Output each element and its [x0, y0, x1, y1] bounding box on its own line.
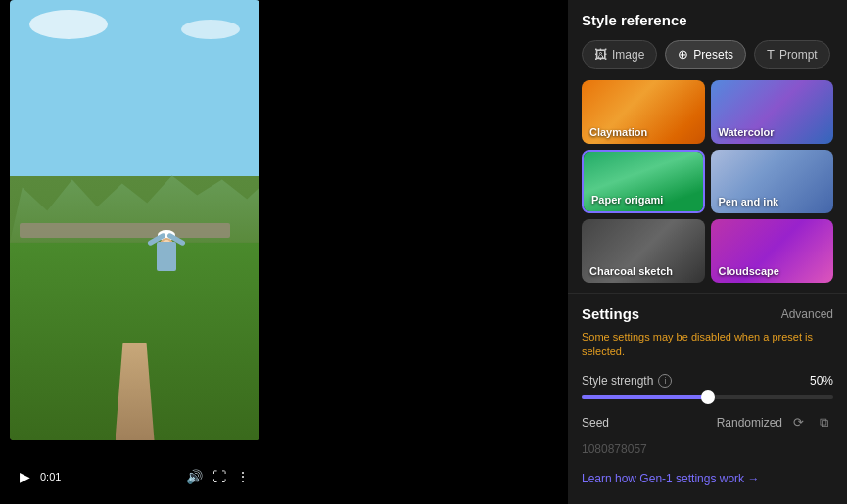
video-container — [10, 0, 259, 440]
style-strength-slider[interactable] — [582, 395, 833, 399]
style-strength-info-icon[interactable]: i — [658, 374, 672, 388]
style-card-pen-ink[interactable]: Pen and ink — [711, 150, 834, 213]
style-strength-row: Style strength i 50% — [582, 374, 833, 388]
seed-value-input[interactable] — [582, 438, 833, 460]
style-presets-grid: Claymation Watercolor Paper origami Pen … — [582, 80, 833, 283]
claymation-label: Claymation — [589, 126, 647, 138]
style-strength-value: 50% — [810, 374, 833, 388]
settings-header: Settings Advanced — [582, 305, 833, 322]
settings-title: Settings — [582, 305, 639, 322]
settings-section: Settings Advanced Some settings may be d… — [568, 293, 847, 504]
watercolor-label: Watercolor — [719, 126, 775, 138]
tab-image[interactable]: 🖼 Image — [582, 40, 657, 69]
settings-notice: Some settings may be disabled when a pre… — [582, 330, 833, 360]
bridge-decoration — [20, 223, 230, 238]
prompt-tab-icon: T — [767, 47, 775, 62]
fullscreen-button[interactable]: ⛶ — [212, 469, 226, 484]
seed-copy-icon[interactable]: ⧉ — [814, 413, 833, 433]
slider-track — [582, 395, 833, 399]
style-card-paper-origami[interactable]: Paper origami — [582, 150, 705, 213]
seed-controls: Randomized ⟳ ⧉ — [717, 413, 833, 433]
video-thumbnail — [10, 0, 259, 440]
cloud-decoration — [29, 10, 108, 39]
video-controls-bar: ▶ 0:01 🔊 ⛶ ⋮ — [10, 457, 259, 496]
image-tab-label: Image — [612, 48, 644, 62]
learn-gen1-link[interactable]: Learn how Gen-1 settings work → — [582, 472, 833, 485]
pen-ink-label: Pen and ink — [719, 196, 779, 207]
style-card-charcoal[interactable]: Charcoal sketch — [582, 219, 705, 283]
seed-status-label: Randomized — [717, 416, 782, 430]
body — [157, 242, 176, 271]
style-card-cloudscape[interactable]: Cloudscape — [711, 219, 834, 283]
more-options-button[interactable]: ⋮ — [236, 469, 250, 484]
tab-prompt[interactable]: T Prompt — [754, 40, 830, 69]
style-card-watercolor[interactable]: Watercolor — [711, 80, 834, 144]
slider-thumb[interactable] — [701, 390, 715, 404]
presets-tab-icon: ⊕ — [678, 47, 688, 62]
style-card-claymation[interactable]: Claymation — [582, 80, 705, 144]
style-reference-section: Style reference 🖼 Image ⊕ Presets T Prom… — [568, 0, 847, 293]
seed-randomize-icon[interactable]: ⟳ — [788, 413, 808, 433]
slider-fill — [582, 395, 708, 399]
person-figure — [147, 230, 186, 308]
seed-row: Seed Randomized ⟳ ⧉ — [582, 413, 833, 433]
prompt-tab-label: Prompt — [779, 48, 818, 62]
seed-label: Seed — [582, 416, 609, 430]
play-button[interactable]: ▶ — [20, 469, 30, 484]
style-reference-title: Style reference — [582, 12, 833, 28]
right-panel: Style reference 🖼 Image ⊕ Presets T Prom… — [568, 0, 847, 504]
time-display: 0:01 — [40, 471, 61, 482]
cloudscape-label: Cloudscape — [719, 265, 779, 277]
left-panel: ▶ 0:01 🔊 ⛶ ⋮ — [0, 0, 568, 504]
arms — [147, 232, 186, 242]
charcoal-label: Charcoal sketch — [589, 265, 673, 277]
style-strength-label: Style strength i — [582, 374, 672, 388]
advanced-button[interactable]: Advanced — [781, 307, 833, 321]
tab-presets[interactable]: ⊕ Presets — [665, 40, 746, 69]
paper-origami-label: Paper origami — [591, 194, 663, 206]
cloud-decoration-2 — [181, 20, 240, 39]
volume-button[interactable]: 🔊 — [186, 469, 203, 484]
style-tabs-row: 🖼 Image ⊕ Presets T Prompt — [582, 40, 833, 69]
presets-tab-label: Presets — [693, 48, 733, 62]
image-tab-icon: 🖼 — [594, 47, 607, 62]
